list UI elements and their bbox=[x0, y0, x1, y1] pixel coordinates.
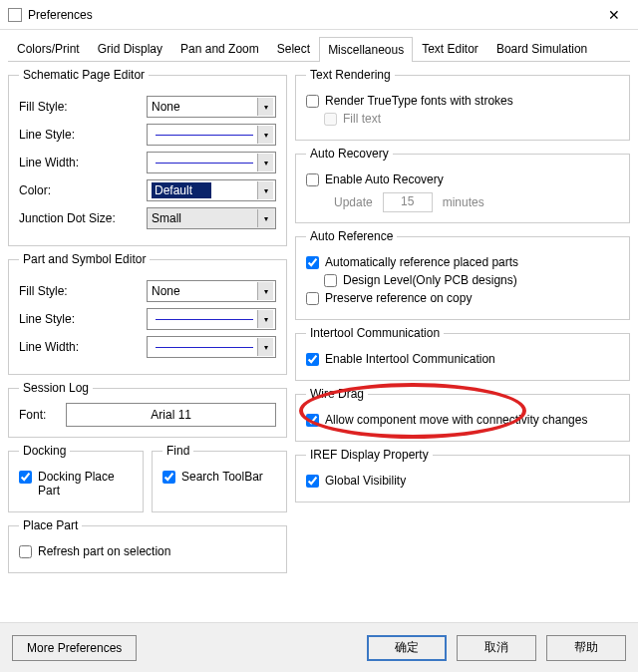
junction-dot-dropdown[interactable]: Small▾ bbox=[147, 207, 276, 229]
global-visibility-checkbox[interactable] bbox=[306, 475, 319, 488]
group-place-part: Place Part Refresh part on selection bbox=[8, 518, 287, 573]
group-legend: Part and Symbol Editor bbox=[19, 252, 150, 266]
color-label: Color: bbox=[19, 183, 139, 197]
right-column: Text Rendering Render TrueType fonts wit… bbox=[295, 68, 630, 573]
close-icon[interactable]: ✕ bbox=[598, 7, 630, 23]
group-legend: Schematic Page Editor bbox=[19, 68, 149, 82]
group-intertool-communication: Intertool Communication Enable Intertool… bbox=[295, 326, 630, 381]
render-truetype-checkbox[interactable] bbox=[306, 95, 319, 108]
line-preview-icon bbox=[156, 319, 253, 320]
tab-grid-display[interactable]: Grid Display bbox=[89, 36, 171, 61]
tab-miscellaneous[interactable]: Miscellaneous bbox=[319, 37, 413, 62]
enable-intertool-label: Enable Intertool Communication bbox=[325, 352, 495, 366]
junction-dot-label: Junction Dot Size: bbox=[19, 211, 139, 225]
minutes-label: minutes bbox=[443, 195, 484, 209]
font-button[interactable]: Arial 11 bbox=[66, 403, 276, 427]
auto-reference-label: Automatically reference placed parts bbox=[325, 255, 518, 269]
cancel-button[interactable]: 取消 bbox=[457, 635, 536, 661]
dialog-footer: More Preferences 确定 取消 帮助 bbox=[0, 622, 638, 672]
enable-auto-recovery-label: Enable Auto Recovery bbox=[325, 172, 444, 186]
fill-text-checkbox bbox=[324, 113, 337, 126]
allow-component-move-label: Allow component move with connectivity c… bbox=[325, 413, 587, 427]
window-title: Preferences bbox=[28, 8, 598, 22]
tab-select[interactable]: Select bbox=[268, 36, 319, 61]
font-label: Font: bbox=[19, 408, 46, 422]
line-style-label: Line Style: bbox=[19, 128, 139, 142]
line-width-label: Line Width: bbox=[19, 156, 139, 169]
group-text-rendering: Text Rendering Render TrueType fonts wit… bbox=[295, 68, 630, 141]
tab-pan-and-zoom[interactable]: Pan and Zoom bbox=[171, 36, 268, 61]
fill-style-label: Fill Style: bbox=[19, 100, 139, 114]
line-width-label: Line Width: bbox=[19, 340, 139, 354]
group-wire-drag: Wire Drag Allow component move with conn… bbox=[295, 387, 630, 442]
line-style-dropdown[interactable]: ▾ bbox=[147, 124, 276, 146]
chevron-down-icon: ▾ bbox=[257, 154, 273, 171]
app-icon bbox=[8, 8, 22, 22]
auto-reference-checkbox[interactable] bbox=[306, 256, 319, 269]
group-legend: Text Rendering bbox=[306, 68, 395, 82]
docking-place-part-checkbox[interactable] bbox=[19, 471, 32, 484]
update-label: Update bbox=[334, 195, 373, 209]
left-column: Schematic Page Editor Fill Style: None▾ … bbox=[8, 68, 287, 573]
refresh-part-checkbox[interactable] bbox=[19, 545, 32, 558]
group-legend: Wire Drag bbox=[306, 387, 368, 401]
line-width-dropdown[interactable]: ▾ bbox=[147, 152, 276, 173]
chevron-down-icon: ▾ bbox=[257, 98, 273, 116]
group-session-log: Session Log Font: Arial 11 bbox=[8, 381, 287, 438]
chevron-down-icon: ▾ bbox=[257, 209, 273, 227]
tab-board-simulation[interactable]: Board Simulation bbox=[487, 36, 596, 61]
preserve-reference-label: Preserve reference on copy bbox=[325, 291, 472, 305]
help-button[interactable]: 帮助 bbox=[546, 635, 626, 661]
line-preview-icon bbox=[156, 347, 253, 348]
group-legend: Find bbox=[162, 444, 193, 458]
refresh-part-label: Refresh part on selection bbox=[38, 544, 170, 558]
line-style-label: Line Style: bbox=[19, 312, 139, 326]
pse-line-width-dropdown[interactable]: ▾ bbox=[147, 336, 276, 358]
group-schematic-page-editor: Schematic Page Editor Fill Style: None▾ … bbox=[8, 68, 287, 246]
design-level-label: Design Level(Only PCB designs) bbox=[343, 273, 517, 287]
chevron-down-icon: ▾ bbox=[257, 126, 273, 144]
chevron-down-icon: ▾ bbox=[257, 181, 273, 199]
render-truetype-label: Render TrueType fonts with strokes bbox=[325, 94, 513, 108]
fill-style-dropdown[interactable]: None▾ bbox=[147, 96, 276, 118]
tab-text-editor[interactable]: Text Editor bbox=[413, 36, 487, 61]
ok-button[interactable]: 确定 bbox=[367, 635, 447, 661]
preserve-reference-checkbox[interactable] bbox=[306, 292, 319, 305]
line-preview-icon bbox=[156, 163, 253, 164]
search-toolbar-label: Search ToolBar bbox=[181, 470, 263, 484]
tab-colors-print[interactable]: Colors/Print bbox=[8, 36, 89, 61]
group-legend: Auto Recovery bbox=[306, 147, 393, 161]
group-find: Find Search ToolBar bbox=[152, 444, 287, 512]
group-legend: Docking bbox=[19, 444, 70, 458]
search-toolbar-checkbox[interactable] bbox=[162, 471, 175, 484]
pse-fill-style-dropdown[interactable]: None▾ bbox=[147, 280, 276, 302]
group-legend: Session Log bbox=[19, 381, 93, 395]
title-bar: Preferences ✕ bbox=[0, 0, 638, 30]
group-auto-reference: Auto Reference Automatically reference p… bbox=[295, 229, 630, 320]
chevron-down-icon: ▾ bbox=[257, 338, 273, 356]
enable-auto-recovery-checkbox[interactable] bbox=[306, 173, 319, 186]
group-legend: IREF Display Property bbox=[306, 448, 433, 462]
dialog-body: Colors/Print Grid Display Pan and Zoom S… bbox=[0, 30, 638, 622]
line-preview-icon bbox=[156, 135, 253, 136]
group-docking: Docking Docking Place Part bbox=[8, 444, 144, 512]
group-auto-recovery: Auto Recovery Enable Auto Recovery Updat… bbox=[295, 147, 630, 223]
group-legend: Place Part bbox=[19, 518, 82, 532]
group-iref-display: IREF Display Property Global Visibility bbox=[295, 448, 630, 503]
tab-strip: Colors/Print Grid Display Pan and Zoom S… bbox=[8, 36, 630, 62]
pse-line-style-dropdown[interactable]: ▾ bbox=[147, 308, 276, 330]
more-preferences-button[interactable]: More Preferences bbox=[12, 635, 137, 661]
color-dropdown[interactable]: Default▾ bbox=[147, 179, 276, 201]
enable-intertool-checkbox[interactable] bbox=[306, 353, 319, 366]
update-interval-input[interactable]: 15 bbox=[383, 192, 433, 212]
group-legend: Intertool Communication bbox=[306, 326, 444, 340]
fill-text-label: Fill text bbox=[343, 112, 381, 126]
group-legend: Auto Reference bbox=[306, 229, 397, 243]
content-area: Schematic Page Editor Fill Style: None▾ … bbox=[8, 68, 630, 573]
design-level-checkbox[interactable] bbox=[324, 274, 337, 287]
fill-style-label: Fill Style: bbox=[19, 284, 139, 298]
group-part-symbol-editor: Part and Symbol Editor Fill Style: None▾… bbox=[8, 252, 287, 375]
allow-component-move-checkbox[interactable] bbox=[306, 414, 319, 427]
docking-place-part-label: Docking Place Part bbox=[38, 470, 133, 498]
chevron-down-icon: ▾ bbox=[257, 282, 273, 300]
